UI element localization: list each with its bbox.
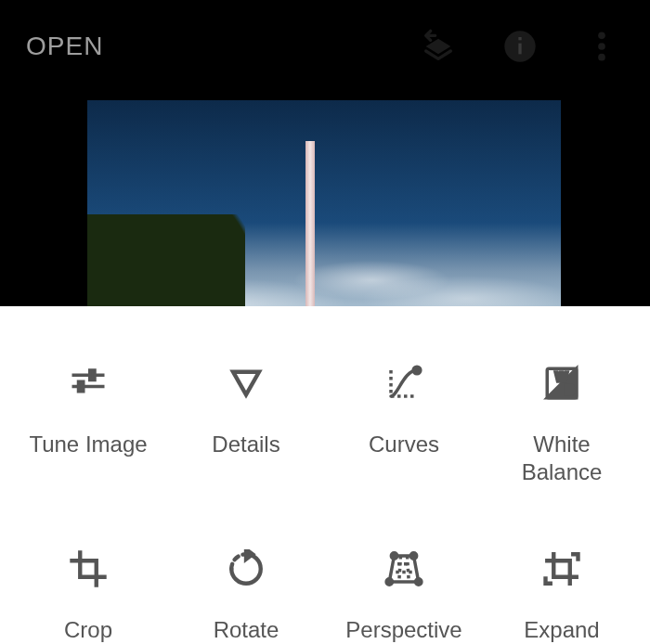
svg-line-28	[408, 556, 410, 582]
undo-stack-icon[interactable]	[416, 24, 461, 69]
tool-crop[interactable]: Crop	[9, 547, 167, 644]
app-root: OPEN	[0, 0, 650, 644]
tool-label: Crop	[64, 616, 112, 644]
more-icon[interactable]	[579, 24, 624, 69]
top-toolbar: OPEN	[0, 0, 650, 93]
tools-grid: Tune Image Details	[0, 362, 650, 644]
expand-icon	[540, 547, 583, 590]
svg-point-22	[410, 553, 416, 559]
svg-point-5	[598, 43, 605, 50]
tool-perspective[interactable]: Perspective	[325, 547, 483, 644]
open-button[interactable]: OPEN	[26, 32, 103, 61]
tool-expand[interactable]: Expand	[483, 547, 641, 644]
svg-rect-2	[518, 44, 521, 55]
tool-label: Expand	[524, 616, 599, 644]
tools-sheet: Tune Image Details	[0, 306, 650, 644]
svg-rect-10	[79, 381, 84, 392]
svg-text:B: B	[566, 382, 575, 397]
perspective-icon	[383, 547, 425, 590]
svg-marker-11	[233, 372, 259, 395]
crop-icon	[67, 547, 110, 590]
tool-tune-image[interactable]: Tune Image	[9, 362, 167, 486]
tool-details[interactable]: Details	[167, 362, 325, 486]
tool-label: Perspective	[345, 616, 462, 644]
svg-point-6	[598, 54, 605, 61]
tool-label: White Balance	[522, 431, 603, 486]
tool-rotate[interactable]: Rotate	[167, 547, 325, 644]
svg-point-21	[391, 553, 396, 559]
svg-point-24	[386, 579, 392, 585]
tool-white-balance[interactable]: W B White Balance	[483, 362, 641, 486]
tune-icon	[67, 362, 110, 405]
svg-rect-8	[90, 370, 95, 380]
curves-icon	[383, 362, 425, 405]
svg-marker-19	[246, 549, 253, 560]
rotate-icon	[225, 547, 267, 590]
info-icon[interactable]	[498, 24, 542, 69]
tool-label: Curves	[369, 431, 439, 458]
tool-label: Tune Image	[29, 431, 147, 458]
details-icon	[225, 362, 267, 405]
white-balance-icon: W B	[540, 362, 583, 405]
svg-rect-3	[518, 37, 521, 40]
tool-label: Details	[212, 431, 280, 458]
svg-line-27	[399, 556, 401, 582]
svg-point-23	[416, 579, 422, 585]
tool-curves[interactable]: Curves	[325, 362, 483, 486]
svg-point-4	[598, 32, 605, 40]
svg-point-12	[413, 367, 421, 374]
tool-label: Rotate	[214, 616, 280, 644]
